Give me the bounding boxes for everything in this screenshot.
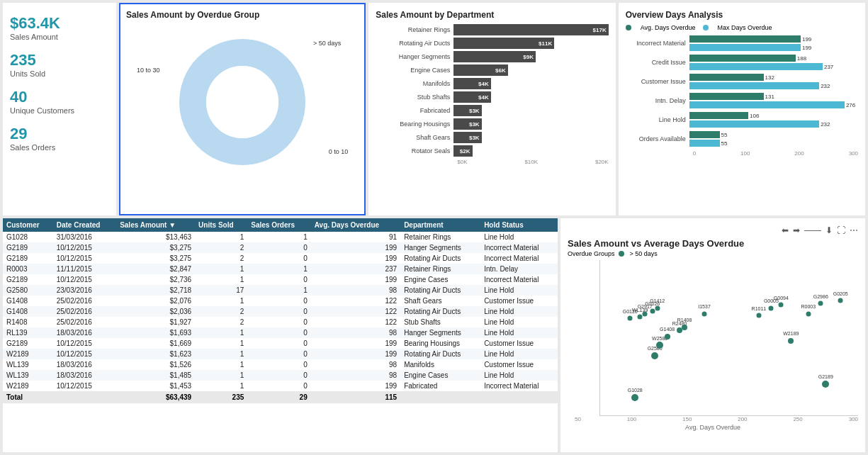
table-cell: $2,036 [116, 306, 195, 317]
scatter-dot-label: W2189 [783, 331, 799, 336]
table-row[interactable]: G258023/03/2016$2,71817198Rotating Air D… [3, 285, 558, 296]
table-column-header[interactable]: Avg. Days Overdue [311, 218, 400, 232]
table-row[interactable]: G218910/12/2015$3,27520199Rotating Air D… [3, 253, 558, 264]
nav-forward-icon[interactable]: ➡ [793, 225, 800, 235]
scatter-dot[interactable] [838, 298, 843, 303]
days-avg-bar: 188 [689, 55, 858, 62]
table-cell: $13,463 [116, 232, 195, 242]
bar-label: Manifolds [376, 80, 453, 87]
table-cell: Shaft Gears [400, 296, 480, 306]
scatter-x-label: Avg. Days Overdue [568, 424, 858, 431]
scatter-dot[interactable] [643, 312, 648, 317]
menu-icon[interactable]: —— [804, 225, 821, 235]
table-cell: R1408 [3, 317, 53, 327]
scatter-dot[interactable] [682, 325, 687, 330]
more-icon[interactable]: ⋯ [850, 225, 858, 235]
table-cell: $1,927 [116, 317, 195, 327]
table-cell: 98 [311, 327, 400, 338]
table-column-header[interactable]: Customer [3, 218, 53, 232]
table-cell: 25/02/2016 [53, 306, 116, 317]
table-cell: Rotating Air Ducts [400, 253, 480, 264]
table-row[interactable]: R000311/11/2015$2,84711237Retainer Rings… [3, 264, 558, 274]
scatter-dot[interactable] [806, 312, 811, 317]
table-cell: $1,526 [116, 359, 195, 370]
days-avg-num: 199 [802, 36, 811, 43]
bar-label: Fabricated [376, 107, 453, 114]
legend-avg-dot [626, 25, 631, 30]
table-column-header[interactable]: Sales Orders [247, 218, 310, 232]
table-row[interactable]: G218910/12/2015$2,73610199Engine CasesIn… [3, 274, 558, 285]
top-row: $63.4KSales Amount235Units Sold40Unique … [3, 3, 865, 215]
table-row[interactable]: W218910/12/2015$1,62310199Rotating Air D… [3, 349, 558, 359]
scatter-legend: Overdue Groups > 50 days [568, 250, 858, 257]
table-cell: Engine Cases [400, 274, 480, 285]
table-cell: W2189 [3, 349, 53, 359]
table-row[interactable]: R140825/02/2016$1,92720122Stub ShaftsLin… [3, 317, 558, 327]
table-cell: 18/03/2016 [53, 370, 116, 381]
download-icon[interactable]: ⬇ [825, 225, 833, 235]
bar-track: $4K [453, 78, 608, 89]
kpi-value: 40 [10, 88, 109, 106]
table-column-header[interactable]: Date Created [53, 218, 116, 232]
bar-label: Rotator Seals [376, 147, 453, 155]
table-column-header[interactable]: Units Sold [195, 218, 247, 232]
days-avg-num: 106 [750, 113, 759, 119]
bar-row: Retainer Rings $17K [376, 24, 608, 35]
scatter-dot[interactable] [818, 301, 823, 306]
bar-track: $3K [453, 118, 608, 130]
table-row[interactable]: G218910/12/2015$1,66910199Bearing Housin… [3, 338, 558, 349]
table-scroll[interactable]: CustomerDate CreatedSales Amount ▼Units … [3, 218, 558, 452]
table-cell: 0 [247, 317, 310, 327]
table-row[interactable]: G140825/02/2016$2,07610122Shaft GearsCus… [3, 296, 558, 306]
scatter-card: ⬅ ➡ —— ⬇ ⛶ ⋯ Sales Amount vs Average Day… [560, 218, 865, 452]
table-card[interactable]: CustomerDate CreatedSales Amount ▼Units … [3, 218, 558, 452]
table-cell: 1 [195, 349, 247, 359]
scatter-dot[interactable] [788, 338, 794, 344]
bar-value: $6K [495, 67, 506, 74]
nav-back-icon[interactable]: ⬅ [782, 225, 789, 235]
scatter-legend-label: Overdue Groups [568, 250, 615, 257]
scatter-dot[interactable] [665, 334, 670, 339]
scatter-dot[interactable] [769, 305, 774, 310]
scatter-dot[interactable] [779, 303, 784, 308]
table-row[interactable]: G218910/12/2015$3,27520199Hanger Segment… [3, 242, 558, 253]
table-column-header[interactable]: Department [400, 218, 480, 232]
table-footer-cell: 235 [195, 391, 247, 403]
days-max-bar: 232 [689, 82, 858, 89]
table-row[interactable]: G102831/03/2016$13,4631191Retainer Rings… [3, 232, 558, 242]
days-axis-label: 300 [849, 150, 858, 157]
table-cell: 199 [311, 242, 400, 253]
table-cell: $3,275 [116, 242, 195, 253]
table-cell: Bearing Housings [400, 338, 480, 349]
table-column-header[interactable]: Hold Status [480, 218, 558, 232]
bar-row: Manifolds $4K [376, 78, 608, 89]
scatter-dot[interactable] [655, 305, 660, 310]
scatter-dot[interactable] [628, 316, 633, 321]
table-row[interactable]: W218910/12/2015$1,45310199FabricatedInco… [3, 381, 558, 391]
table-footer-cell: 29 [247, 391, 310, 403]
table-row[interactable]: WL13918/03/2016$1,4851098Engine CasesLin… [3, 370, 558, 381]
days-avg-bar: 131 [689, 93, 858, 100]
scatter-dot[interactable] [756, 313, 761, 318]
bar-track: $11K [453, 38, 608, 49]
table-row[interactable]: G140825/02/2016$2,03620122Rotating Air D… [3, 306, 558, 317]
table-cell: Customer Issue [480, 359, 558, 370]
table-row[interactable]: WL13918/03/2016$1,5261098ManifoldsCustom… [3, 359, 558, 370]
table-footer-row: Total$63,43923529115 [3, 391, 558, 403]
days-max-num: 232 [821, 83, 830, 89]
scatter-dot-label: I1537 [698, 304, 711, 309]
scatter-dot[interactable] [822, 381, 829, 388]
scatter-dot[interactable] [656, 342, 663, 349]
expand-icon[interactable]: ⛶ [837, 225, 845, 235]
scatter-title: Sales Amount vs Average Days Overdue [568, 238, 858, 249]
scatter-dot[interactable] [651, 352, 658, 359]
scatter-dot[interactable] [638, 315, 643, 320]
scatter-dot[interactable] [650, 308, 655, 313]
days-max-bar: 232 [689, 120, 858, 128]
table-column-header[interactable]: Sales Amount ▼ [116, 218, 195, 232]
scatter-dot[interactable] [702, 312, 707, 317]
table-cell: 199 [311, 338, 400, 349]
scatter-dot[interactable] [631, 394, 638, 401]
days-axis-label: 0 [693, 150, 696, 157]
table-row[interactable]: RL13918/03/2016$1,6931098Hanger Segments… [3, 327, 558, 338]
